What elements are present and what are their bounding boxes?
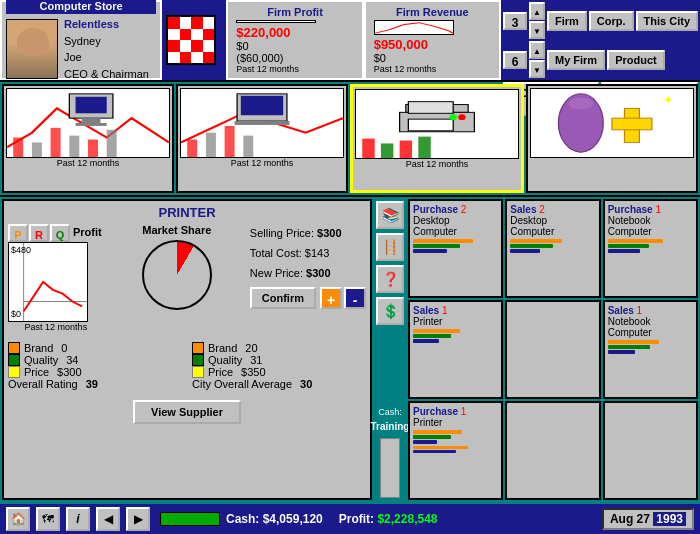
company-logo <box>166 15 216 65</box>
revenue-value2: $0 <box>374 52 491 64</box>
profit-period: Past 12 months <box>236 64 353 74</box>
quality-value-r: 31 <box>250 354 262 366</box>
brand-label-r: Brand <box>208 342 237 354</box>
quality-dot-r <box>192 354 204 366</box>
card-sales-desktop[interactable]: Sales 2 DesktopComputer <box>505 199 600 298</box>
product-accessory[interactable]: ✦ <box>526 84 698 193</box>
avatar <box>6 19 58 79</box>
svg-rect-4 <box>88 140 98 157</box>
this-city-label[interactable]: This City <box>636 11 698 31</box>
map-icon[interactable]: 🗺 <box>36 507 60 531</box>
firm-label[interactable]: Firm <box>547 11 587 31</box>
ladder-icon[interactable]: 🪜 <box>376 233 404 261</box>
price-info: Selling Price: $300 Total Cost: $143 New… <box>250 224 366 332</box>
price-dot <box>8 366 20 378</box>
firm-arrow-up-2[interactable]: ▲ <box>529 41 545 59</box>
firm-num-1: 3 <box>503 12 527 30</box>
training-label: Cash: <box>378 407 402 417</box>
view-supplier-button[interactable]: View Supplier <box>133 400 241 424</box>
price-stat: Price $300 <box>8 366 182 378</box>
new-price-label: New Price: $300 <box>250 264 366 284</box>
firm-num-2: 6 <box>503 51 527 69</box>
product-notebook[interactable]: 370 Past 12 months <box>176 84 348 193</box>
books-icon[interactable]: 📚 <box>376 201 404 229</box>
firm-row-1: 3 ▲ ▼ Firm Corp. This City <box>503 2 698 39</box>
card-purchase-printer[interactable]: Purchase 1 Printer <box>408 401 503 500</box>
card-empty-3 <box>603 401 698 500</box>
company-info: Relentless Sydney Joe CEO & Chairman <box>64 16 149 82</box>
price-increase-button[interactable]: + <box>320 287 342 309</box>
cards-row-3: Purchase 1 Printer <box>408 401 698 500</box>
revenue-period: Past 12 months <box>374 64 491 74</box>
city-avg-value: 30 <box>300 378 312 390</box>
product-label[interactable]: Product <box>607 50 665 70</box>
svg-rect-3 <box>69 136 79 157</box>
year-value: 1993 <box>653 512 686 526</box>
confirm-button[interactable]: Confirm <box>250 287 316 309</box>
info-icon[interactable]: i <box>66 507 90 531</box>
overall-rating-label: Overall Rating <box>8 378 78 390</box>
brand-label: Brand <box>24 342 53 354</box>
card-sub-2: DesktopComputer <box>510 215 595 237</box>
firm-arrow-down-2[interactable]: ▼ <box>529 60 545 78</box>
cards-row-2: Sales 1 Printer Sales 1 NotebookComputer <box>408 300 698 399</box>
svg-rect-12 <box>225 126 235 157</box>
price-dot-r <box>192 366 204 378</box>
card-sub-6: Printer <box>413 417 498 428</box>
tab-p[interactable]: P <box>8 224 28 242</box>
taskbar: 🏠 🗺 i ◀ ▶ Cash: $4,059,120 Profit: $2,22… <box>0 504 700 534</box>
quality-dot <box>8 354 20 366</box>
svg-rect-20 <box>418 137 430 158</box>
notebook-past-label: Past 12 months <box>231 158 294 168</box>
profit-value1: $220,000 <box>236 25 353 40</box>
corp-label[interactable]: Corp. <box>589 11 634 31</box>
person: Joe <box>64 49 149 66</box>
brand-dot <box>8 342 20 354</box>
quality-value: 34 <box>66 354 78 366</box>
card-sales-notebook[interactable]: Sales 1 NotebookComputer <box>603 300 698 399</box>
profit-title: Firm Profit <box>236 6 353 18</box>
quality-stat: Quality 34 <box>8 354 182 366</box>
right-cards: Purchase 2 DesktopComputer Sales 2 Deskt… <box>406 197 700 502</box>
cards-row-1: Purchase 2 DesktopComputer Sales 2 Deskt… <box>408 199 698 298</box>
brand-value-r: 20 <box>245 342 257 354</box>
my-firm-label[interactable]: My Firm <box>547 50 605 70</box>
card-purchase-notebook[interactable]: Purchase 1 NotebookComputer <box>603 199 698 298</box>
card-title-3: Purchase 1 <box>608 204 693 215</box>
home-icon[interactable]: 🏠 <box>6 507 30 531</box>
price-decrease-button[interactable]: - <box>344 287 366 309</box>
price-value: $300 <box>57 366 81 378</box>
stats-left: Brand 0 Quality 34 Price $300 Overall Ra… <box>8 342 182 390</box>
card-empty-1 <box>505 300 600 399</box>
firm-arrow-up[interactable]: ▲ <box>529 2 545 20</box>
progress-bar <box>160 512 220 526</box>
brand-stat: Brand 0 <box>8 342 182 354</box>
store-name: Computer Store <box>6 0 156 14</box>
product-desktop[interactable]: 590 Past 12 months <box>2 84 174 193</box>
training-slider[interactable] <box>380 438 400 498</box>
tab-r[interactable]: R <box>29 224 49 242</box>
revenue-value1: $950,000 <box>374 37 491 52</box>
city: Sydney <box>64 33 149 50</box>
printer-past-label: Past 12 months <box>406 159 469 169</box>
question-icon[interactable]: ❓ <box>376 265 404 293</box>
back-icon[interactable]: ◀ <box>96 507 120 531</box>
city-avg-label: City Overall Average <box>192 378 292 390</box>
price-stat-r: Price $350 <box>192 366 366 378</box>
forward-icon[interactable]: ▶ <box>126 507 150 531</box>
card-bars-extra <box>413 446 498 453</box>
card-sales-printer[interactable]: Sales 1 Printer <box>408 300 503 399</box>
svg-rect-5 <box>107 130 117 157</box>
side-icons: 📚 🪜 ❓ 💲 Cash: Training <box>374 197 406 502</box>
card-purchase-desktop[interactable]: Purchase 2 DesktopComputer <box>408 199 503 298</box>
dollar-icon[interactable]: 💲 <box>376 297 404 325</box>
svg-rect-18 <box>381 143 393 158</box>
product-printer[interactable]: 4 Past 12 months <box>350 84 524 193</box>
svg-rect-17 <box>362 139 374 158</box>
tab-q[interactable]: Q <box>50 224 70 242</box>
firm-arrow-down[interactable]: ▼ <box>529 21 545 39</box>
brand-value: 0 <box>61 342 67 354</box>
brand-stat-r: Brand 20 <box>192 342 366 354</box>
svg-rect-9 <box>76 123 107 126</box>
profit-panel: Firm Profit $220,000 $0 ($60,000) Past 1… <box>226 0 363 80</box>
